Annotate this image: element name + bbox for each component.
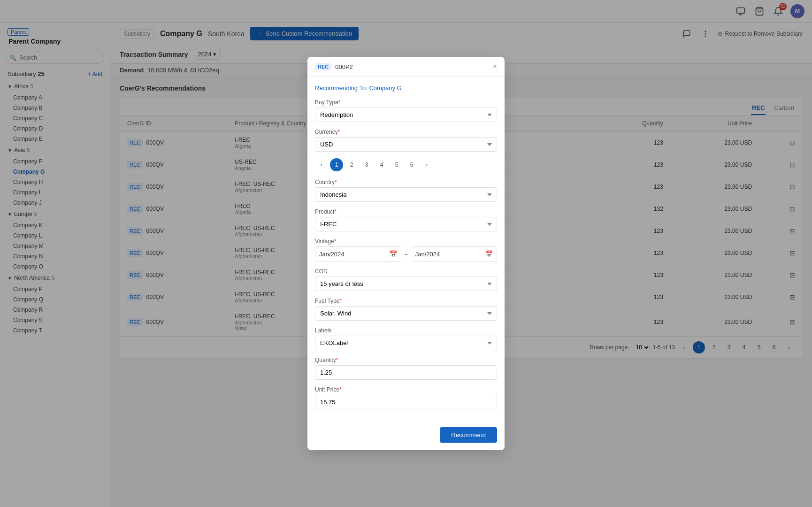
country-row: Country* Indonesia — [315, 179, 497, 202]
modal-header: REC 000P2 × — [307, 57, 505, 77]
vintage-to-value: Jan/2024 — [415, 251, 440, 258]
cod-label: COD — [315, 268, 497, 275]
labels-row: Labels EKOLabel — [315, 327, 497, 350]
cod-row: COD 15 years or less — [315, 268, 497, 291]
calendar-icon: 📅 — [389, 250, 397, 258]
modal-page-5[interactable]: 5 — [390, 158, 403, 171]
vintage-from-input[interactable]: Jan/2024 📅 — [315, 246, 401, 261]
modal-close-button[interactable]: × — [493, 62, 497, 71]
modal-page-3[interactable]: 3 — [360, 158, 373, 171]
vintage-date-range: Jan/2024 📅 ~ Jan/2024 📅 — [315, 246, 497, 261]
modal-rec-badge: REC — [315, 63, 331, 70]
cod-select[interactable]: 15 years or less — [315, 277, 497, 291]
modal-page-4[interactable]: 4 — [375, 158, 388, 171]
fuel-type-select[interactable]: Solar, Wind — [315, 306, 497, 321]
modal-page-6[interactable]: 6 — [405, 158, 418, 171]
buy-type-label: Buy Type* — [315, 99, 497, 106]
labels-select[interactable]: EKOLabel — [315, 336, 497, 350]
quantity-label: Quantity* — [315, 357, 497, 363]
modal-page-nav: ‹ 1 2 3 4 5 6 › — [315, 158, 497, 171]
recommending-to-label: Recommending To: Company G — [315, 84, 497, 92]
product-select[interactable]: I-REC — [315, 217, 497, 231]
modal-body: Recommending To: Company G Buy Type* Red… — [307, 77, 505, 423]
product-label: Product* — [315, 208, 497, 215]
country-select[interactable]: Indonesia — [315, 187, 497, 202]
modal-footer: Recommend — [307, 423, 505, 450]
modal-page-1[interactable]: 1 — [330, 158, 343, 171]
modal-prev-page[interactable]: ‹ — [315, 158, 328, 171]
date-range-separator: ~ — [404, 251, 408, 258]
buy-type-select[interactable]: Redemption — [315, 108, 497, 122]
modal-overlay: REC 000P2 × Recommending To: Company G B… — [0, 0, 812, 507]
unit-price-label: Unit Price* — [315, 386, 497, 393]
modal-title-row: REC 000P2 — [315, 63, 353, 70]
fuel-type-row: Fuel Type* Solar, Wind — [315, 298, 497, 321]
quantity-row: Quantity* — [315, 357, 497, 380]
modal-page-2[interactable]: 2 — [345, 158, 358, 171]
currency-label: Currency* — [315, 129, 497, 135]
unit-price-row: Unit Price* — [315, 386, 497, 409]
modal-next-page[interactable]: › — [420, 158, 433, 171]
labels-label: Labels — [315, 327, 497, 334]
unit-price-input[interactable] — [315, 395, 497, 409]
vintage-from-value: Jan/2024 — [319, 251, 345, 258]
vintage-row: Vintage* Jan/2024 📅 ~ Jan/2024 📅 — [315, 238, 497, 261]
quantity-input[interactable] — [315, 365, 497, 380]
recommendation-modal: REC 000P2 × Recommending To: Company G B… — [307, 57, 505, 450]
vintage-label: Vintage* — [315, 238, 497, 245]
currency-row: Currency* USD — [315, 129, 497, 152]
product-row: Product* I-REC — [315, 208, 497, 231]
calendar-icon: 📅 — [485, 250, 493, 258]
buy-type-row: Buy Type* Redemption — [315, 99, 497, 122]
country-label: Country* — [315, 179, 497, 185]
fuel-type-label: Fuel Type* — [315, 298, 497, 304]
currency-select[interactable]: USD — [315, 137, 497, 152]
recommend-button[interactable]: Recommend — [440, 427, 497, 443]
modal-id: 000P2 — [335, 63, 353, 70]
vintage-to-input[interactable]: Jan/2024 📅 — [411, 246, 497, 261]
